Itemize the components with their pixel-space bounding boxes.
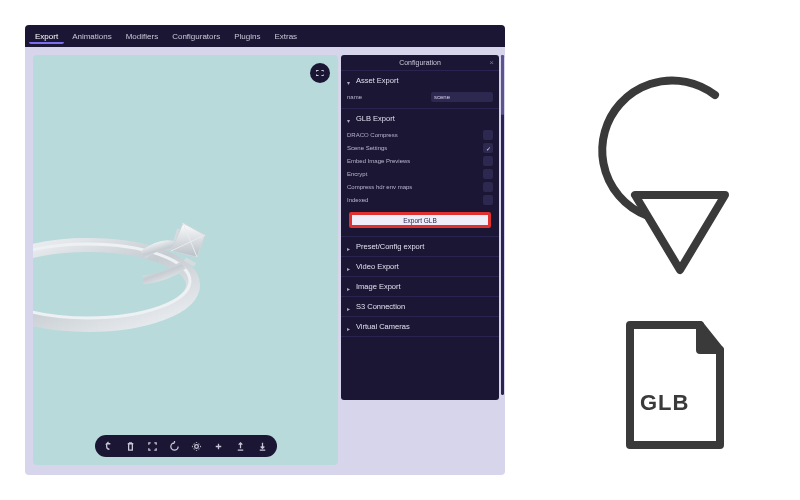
section-label: Preset/Config export (356, 242, 424, 251)
scrollbar-thumb[interactable] (501, 55, 504, 115)
reset-button[interactable] (169, 440, 181, 452)
file-type-label: GLB (640, 390, 689, 416)
svg-marker-2 (171, 223, 205, 257)
section-glb-export: GLB Export DRACO Compress Scene Settings… (341, 109, 499, 237)
tab-export[interactable]: Export (29, 29, 64, 44)
tab-configurators[interactable]: Configurators (166, 29, 226, 44)
section-header-virtual-cameras[interactable]: Virtual Cameras (341, 317, 499, 336)
option-label: Encrypt (347, 171, 479, 178)
option-embed-previews: Embed Image Previews (347, 156, 493, 166)
option-encrypt: Encrypt (347, 169, 493, 179)
section-header-preset-config[interactable]: Preset/Config export (341, 237, 499, 256)
upload-button[interactable] (235, 440, 247, 452)
section-image-export: Image Export (341, 277, 499, 297)
chevron-right-icon (347, 284, 352, 289)
chevron-right-icon (347, 304, 352, 309)
option-label: Scene Settings (347, 145, 479, 152)
chevron-down-icon (347, 78, 352, 83)
panel-title: Configuration × (341, 55, 499, 71)
checkbox[interactable]: ✓ (483, 143, 493, 153)
top-tabbar: Export Animations Modifiers Configurator… (25, 25, 505, 47)
glb-options: DRACO Compress Scene Settings✓ Embed Ima… (341, 128, 499, 236)
tab-modifiers[interactable]: Modifiers (120, 29, 164, 44)
add-button[interactable] (213, 440, 225, 452)
section-label: Image Export (356, 282, 401, 291)
chevron-down-icon (347, 116, 352, 121)
section-label: GLB Export (356, 114, 395, 123)
model-preview (33, 185, 233, 345)
checkbox[interactable] (483, 156, 493, 166)
checkbox[interactable] (483, 130, 493, 140)
panel-title-text: Configuration (399, 59, 441, 66)
option-label: Indexed (347, 197, 479, 204)
field-name: name scene (347, 92, 493, 102)
option-label: DRACO Compress (347, 132, 479, 139)
option-compress-hdr: Compress hdr env maps (347, 182, 493, 192)
section-header-s3[interactable]: S3 Connection (341, 297, 499, 316)
tab-plugins[interactable]: Plugins (228, 29, 266, 44)
app-window: Export Animations Modifiers Configurator… (25, 25, 505, 475)
option-scene-settings: Scene Settings✓ (347, 143, 493, 153)
delete-button[interactable] (125, 440, 137, 452)
download-button[interactable] (257, 440, 269, 452)
tab-animations[interactable]: Animations (66, 29, 118, 44)
export-glb-button[interactable]: Export GLB (349, 212, 491, 228)
section-label: Video Export (356, 262, 399, 271)
section-header-video-export[interactable]: Video Export (341, 257, 499, 276)
checkbox[interactable] (483, 195, 493, 205)
checkbox[interactable] (483, 182, 493, 192)
section-preset-config: Preset/Config export (341, 237, 499, 257)
section-label: Virtual Cameras (356, 322, 410, 331)
option-label: Embed Image Previews (347, 158, 479, 165)
section-label: Asset Export (356, 76, 399, 85)
checkbox[interactable] (483, 169, 493, 179)
viewport-toolbar (95, 435, 277, 457)
section-s3: S3 Connection (341, 297, 499, 317)
expand-icon: ⛶ (316, 69, 324, 78)
chevron-right-icon (347, 264, 352, 269)
field-label: name (347, 94, 427, 101)
section-virtual-cameras: Virtual Cameras (341, 317, 499, 337)
section-header-asset-export[interactable]: Asset Export (341, 71, 499, 90)
option-label: Compress hdr env maps (347, 184, 479, 191)
section-header-image-export[interactable]: Image Export (341, 277, 499, 296)
settings-button[interactable] (191, 440, 203, 452)
svg-point-5 (195, 444, 199, 448)
viewport-3d[interactable]: ⛶ (33, 55, 338, 465)
section-asset-export: Asset Export name scene (341, 71, 499, 109)
fit-view-button[interactable] (147, 440, 159, 452)
close-icon[interactable]: × (489, 58, 494, 67)
section-video-export: Video Export (341, 257, 499, 277)
tab-extras[interactable]: Extras (268, 29, 303, 44)
option-indexed: Indexed (347, 195, 493, 205)
chevron-right-icon (347, 244, 352, 249)
fullscreen-button[interactable]: ⛶ (310, 63, 330, 83)
undo-button[interactable] (103, 440, 115, 452)
section-label: S3 Connection (356, 302, 405, 311)
option-draco: DRACO Compress (347, 130, 493, 140)
config-panel: Configuration × Asset Export name scene … (341, 55, 499, 400)
name-input[interactable]: scene (431, 92, 493, 102)
chevron-right-icon (347, 324, 352, 329)
section-header-glb-export[interactable]: GLB Export (341, 109, 499, 128)
